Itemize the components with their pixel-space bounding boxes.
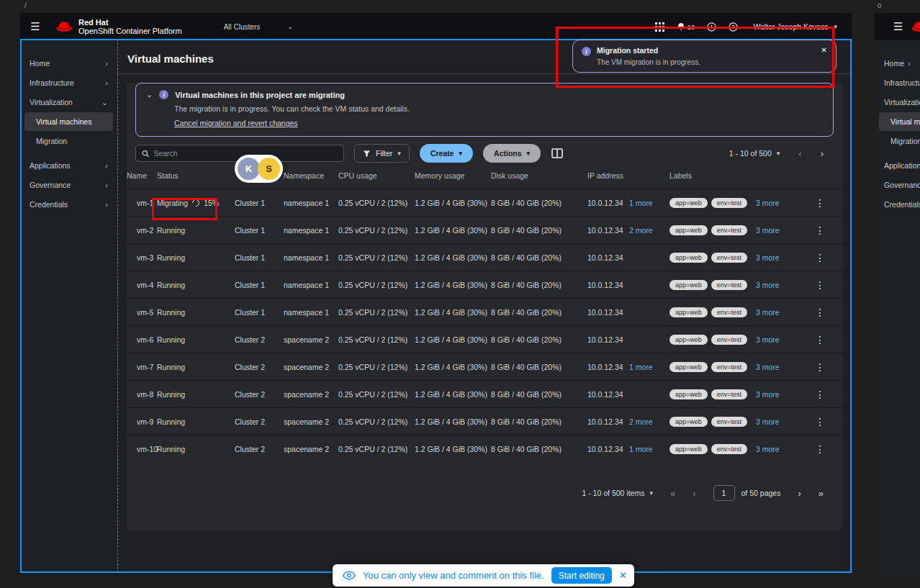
kebab-menu-icon[interactable]: ⋮	[798, 225, 842, 236]
vm-name: vm-7	[127, 363, 157, 371]
label-pill: env=test	[711, 362, 747, 372]
vm-labels: app=webenv=test	[669, 444, 756, 454]
sidebar-item-governance[interactable]: Governance›	[20, 176, 117, 194]
caret-down-icon: ▾	[459, 150, 463, 157]
first-page-icon[interactable]: «	[670, 488, 675, 499]
labels-more-link[interactable]: 3 more	[756, 199, 798, 207]
cluster-selector[interactable]: All Clusters ⌄	[224, 23, 293, 31]
table-row[interactable]: vm-9RunningCluster 2spacename 20.25 vCPU…	[127, 407, 842, 435]
pagination-bottom-range[interactable]: 1 - 10 of 500 items ▾	[582, 489, 653, 497]
collaborator-avatars[interactable]: KS	[235, 155, 283, 183]
vm-ip-address: 10.0.12.34	[587, 199, 629, 207]
hamburger-menu-icon[interactable]: ☰	[893, 20, 903, 33]
frame-label-main[interactable]: /	[24, 1, 27, 9]
pagination-top: 1 - 10 of 500 ▾ ‹ ›	[729, 148, 834, 159]
table-row[interactable]: vm-8RunningCluster 2spacename 20.25 vCPU…	[127, 380, 842, 407]
prev-page-icon[interactable]: ‹	[693, 488, 695, 499]
kebab-menu-icon[interactable]: ⋮	[798, 361, 842, 373]
table-row[interactable]: vm-5RunningCluster 1namespace 10.25 vCPU…	[127, 298, 842, 325]
last-page-icon[interactable]: »	[818, 488, 824, 499]
ip-more-link[interactable]: 1 more	[629, 199, 669, 207]
sidebar-item-infrastructure[interactable]: Infrastructure›	[875, 73, 920, 92]
vm-disk-usage: 8 GiB / 40 GiB (20%)	[491, 308, 587, 317]
vm-namespace: namespace 1	[284, 281, 338, 289]
sidebar-item-migration[interactable]: Migration	[20, 132, 117, 150]
sidebar-item-applications[interactable]: Applications›	[20, 156, 117, 175]
kebab-menu-icon[interactable]: ⋮	[798, 416, 842, 428]
kebab-menu-icon[interactable]: ⋮	[798, 334, 842, 345]
sidebar-item-governance[interactable]: Governance›	[875, 176, 920, 194]
sidebar-item-applications[interactable]: Applications›	[875, 156, 920, 175]
vm-memory-usage: 1.2 GiB / 4 GiB (30%)	[415, 281, 491, 289]
ip-more-link[interactable]: 1 more	[629, 445, 669, 453]
hamburger-menu-icon[interactable]: ☰	[27, 20, 43, 33]
labels-more-link[interactable]: 3 more	[756, 390, 798, 399]
kebab-menu-icon[interactable]: ⋮	[798, 307, 842, 318]
collaborator-avatar[interactable]: S	[258, 158, 280, 180]
label-pill: app=web	[669, 417, 708, 427]
vm-labels: app=webenv=test	[669, 198, 756, 208]
collaborator-avatar[interactable]: K	[238, 158, 260, 180]
frame-label-right[interactable]: o	[878, 1, 882, 9]
app-launcher-icon[interactable]	[655, 22, 664, 32]
table-row[interactable]: vm-6RunningCluster 2spacename 20.25 vCPU…	[127, 325, 842, 353]
vm-namespace: namespace 1	[284, 226, 338, 235]
kebab-menu-icon[interactable]: ⋮	[798, 279, 842, 291]
labels-more-link[interactable]: 3 more	[756, 281, 798, 289]
next-page-icon[interactable]: ›	[798, 488, 801, 499]
cancel-migration-link[interactable]: Cancel migration and revert changes	[174, 119, 298, 127]
labels-more-link[interactable]: 3 more	[756, 417, 798, 426]
kebab-menu-icon[interactable]: ⋮	[798, 443, 842, 455]
table-row[interactable]: vm-3RunningCluster 1namespace 10.25 vCPU…	[127, 243, 842, 271]
page-number-input[interactable]	[713, 485, 735, 501]
alert-collapse-icon[interactable]: ⌄	[146, 90, 153, 99]
brand-name: Red Hat	[78, 18, 182, 27]
table-row[interactable]: vm-1Migrating15%Cluster 1namespace 10.25…	[127, 189, 842, 216]
chevron-right-icon: ›	[105, 78, 108, 87]
table-row[interactable]: vm-7RunningCluster 2spacename 20.25 vCPU…	[127, 353, 842, 380]
kebab-menu-icon[interactable]: ⋮	[798, 252, 842, 263]
pagination-top-range[interactable]: 1 - 10 of 500 ▾	[729, 149, 780, 158]
table-row[interactable]: vm-10RunningCluster 2spacename 20.25 vCP…	[127, 435, 842, 462]
create-button[interactable]: Create ▾	[420, 144, 473, 163]
kebab-menu-icon[interactable]: ⋮	[798, 389, 842, 400]
sidebar-item-virtual-machines[interactable]: Virtual machines	[24, 112, 113, 131]
sidebar-item-virtualization[interactable]: Virtualization⌄	[875, 93, 920, 112]
table-row[interactable]: vm-4RunningCluster 1namespace 10.25 vCPU…	[127, 271, 842, 298]
sidebar-item-home[interactable]: Home›	[20, 54, 117, 73]
labels-more-link[interactable]: 3 more	[756, 226, 798, 235]
vm-cpu-usage: 0.25 vCPU / 2 (12%)	[338, 308, 415, 317]
close-icon[interactable]: ✕	[619, 570, 627, 581]
user-menu[interactable]: Walter Joseph Kovacs ▾	[753, 22, 837, 31]
column-header-memory-usage: Memory usage	[415, 171, 491, 180]
close-icon[interactable]: ✕	[821, 46, 827, 66]
sidebar-item-infrastructure[interactable]: Infrastructure›	[20, 73, 117, 92]
sidebar-item-migration[interactable]: Migration	[875, 132, 920, 150]
labels-more-link[interactable]: 3 more	[756, 253, 798, 262]
sidebar-item-credentials[interactable]: Credentials›	[20, 195, 117, 214]
sidebar-item-credentials[interactable]: Credentials›	[875, 195, 920, 214]
ip-more-link[interactable]: 1 more	[629, 363, 669, 371]
add-plus-circle-icon[interactable]	[707, 22, 716, 32]
help-question-circle-icon[interactable]: ?	[729, 22, 738, 32]
kebab-menu-icon[interactable]: ⋮	[798, 197, 842, 209]
notifications-bell-icon[interactable]: 10	[677, 22, 695, 32]
table-row[interactable]: vm-2RunningCluster 1namespace 10.25 vCPU…	[127, 216, 842, 243]
prev-page-icon[interactable]: ‹	[798, 148, 801, 159]
label-pill: env=test	[711, 225, 747, 235]
labels-more-link[interactable]: 3 more	[756, 335, 798, 344]
ip-more-link[interactable]: 2 more	[629, 417, 669, 426]
start-editing-button[interactable]: Start editing	[551, 567, 612, 584]
ip-more-link[interactable]: 2 more	[629, 226, 669, 235]
actions-button[interactable]: Actions ▾	[483, 144, 541, 163]
labels-more-link[interactable]: 3 more	[756, 308, 798, 317]
sidebar-item-virtual-machines[interactable]: Virtual machines	[879, 112, 920, 131]
labels-more-link[interactable]: 3 more	[756, 445, 798, 453]
sidebar-item-home[interactable]: Home›	[875, 54, 920, 73]
vm-cpu-usage: 0.25 vCPU / 2 (12%)	[338, 335, 415, 344]
next-page-icon[interactable]: ›	[821, 148, 824, 159]
filter-button[interactable]: Filter ▾	[354, 144, 410, 163]
sidebar-item-virtualization[interactable]: Virtualization⌄	[20, 93, 117, 112]
labels-more-link[interactable]: 3 more	[756, 363, 798, 371]
manage-columns-icon[interactable]	[551, 148, 563, 158]
